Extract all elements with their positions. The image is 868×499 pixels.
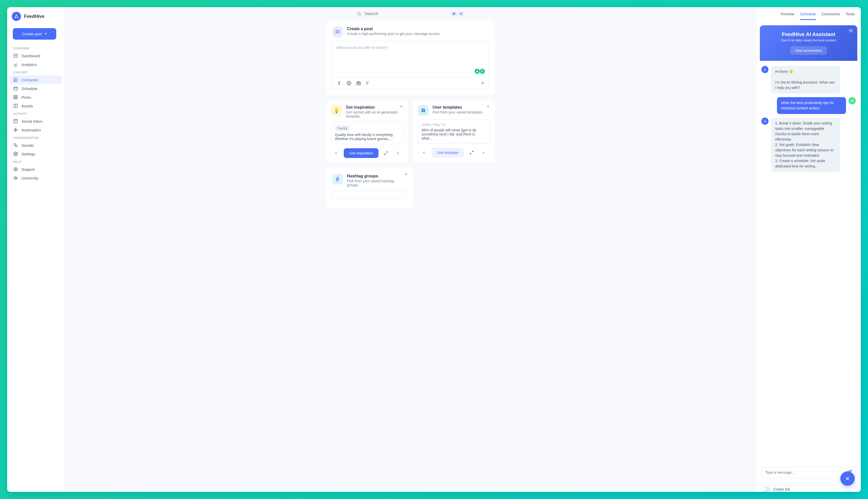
nav-posts[interactable]: Posts [10,93,62,101]
close-fab[interactable] [840,471,855,486]
nav-support[interactable]: Support [10,165,62,173]
svg-rect-11 [16,95,17,97]
chat-input[interactable] [765,470,847,474]
expand-button[interactable] [382,149,390,157]
svg-rect-10 [14,95,15,97]
add-button[interactable]: + [481,80,484,86]
svg-point-20 [15,154,16,155]
use-inspiration-button[interactable]: Use inspiration [344,148,379,158]
svg-point-19 [15,145,17,147]
prev-button[interactable] [420,148,428,157]
search-input[interactable] [364,11,448,16]
create-post-button[interactable]: Create post + [13,28,56,40]
grammarly-widget[interactable]: ◆ G [474,68,486,75]
create-link-toggle[interactable] [761,487,770,492]
ai-assistant-panel: FeedHive AI Assistant Use AI to help cre… [760,25,857,479]
next-button[interactable] [479,148,487,157]
nav-socials[interactable]: Socials [10,141,62,149]
svg-point-45 [764,68,765,69]
nav-label: Posts [22,95,31,99]
close-icon[interactable]: × [404,172,409,177]
create-post-label: Create post [22,32,42,36]
graduation-icon [13,175,18,180]
svg-point-18 [14,143,16,145]
grid-icon [13,95,18,99]
nav-dashboard[interactable]: Dashboard [10,51,62,60]
next-button[interactable] [394,149,402,157]
section-overview: OVERVIEW [10,45,62,51]
chat-messages: Hi there 👋 I'm the AI Writing Assistant.… [760,61,857,465]
plus-icon: + [45,31,47,37]
svg-rect-37 [421,109,425,110]
close-icon[interactable]: × [486,104,491,109]
composer-textarea[interactable]: What would you like to share? ◆ G [333,41,489,77]
compose-subtitle: Create a high-performing post to get you… [347,32,441,36]
svg-point-47 [765,70,766,71]
nav-label: Compose [22,78,38,82]
svg-point-49 [764,121,765,122]
gear-icon [13,151,18,156]
nav-schedule[interactable]: Schedule [10,84,62,93]
search-box[interactable]: ⌘ K [357,11,464,16]
tab-preview[interactable]: Preview [781,12,794,20]
bot-avatar [761,66,769,73]
ai-header: FeedHive AI Assistant Use AI to help cre… [760,25,857,61]
calendar-icon [13,86,18,91]
composer-placeholder: What would you like to share? [337,45,388,50]
svg-rect-12 [14,98,15,99]
template-icon [418,105,429,116]
prev-button[interactable] [332,149,340,157]
ai-subtitle: Use AI to help create the best content [765,38,852,42]
section-content: CONTENT [10,69,62,75]
compose-title: Create a post [347,27,441,31]
link-icon [13,143,18,147]
hashtag-card-icon: # [332,174,343,185]
svg-point-28 [339,83,339,84]
main-content: ⌘ K Create a post Create a high-performi… [65,7,756,492]
logo-icon [12,12,21,21]
tab-schedule[interactable]: Schedule [800,12,816,20]
svg-marker-17 [14,128,17,132]
svg-line-24 [360,15,361,15]
hashtag-icon[interactable]: # [366,80,369,86]
bulb-icon: 💡 [331,105,342,116]
nav-label: Socials [22,143,34,147]
templates-subtitle: Pick from your saved templates. [433,110,484,114]
more-icon[interactable] [337,81,342,86]
nav-university[interactable]: University [10,173,62,182]
tab-tools[interactable]: Tools [846,12,855,20]
bot-avatar [761,118,769,125]
svg-rect-33 [357,82,360,85]
create-link-label: Create link [773,487,790,491]
message-text: Write the best productivity tips for tec… [777,97,846,114]
nav-compose[interactable]: Compose [10,75,62,84]
camera-icon[interactable] [356,81,361,86]
compose-icon [13,77,18,82]
composer: What would you like to share? ◆ G # [332,41,489,89]
expand-button[interactable] [468,148,476,157]
nav-social-inbox[interactable]: Social Inbox [10,117,62,125]
nav-settings[interactable]: Settings [10,149,62,158]
menu-icon[interactable] [848,29,853,34]
message-user: SS Write the best productivity tips for … [761,97,856,114]
svg-point-48 [764,120,765,121]
nav-label: Settings [22,152,35,156]
nav-label: Analytics [22,62,37,67]
nav-automation[interactable]: Automation [10,125,62,134]
nav-label: Automation [22,128,41,132]
inbox-icon [13,119,18,123]
search-icon [357,12,361,16]
emoji-icon[interactable] [346,81,351,86]
brand-name: FeedHive [24,14,45,19]
svg-point-32 [349,83,350,83]
close-icon[interactable]: × [399,104,404,109]
nav-assets[interactable]: Assets [10,101,62,110]
svg-line-35 [387,151,388,153]
use-template-button[interactable]: Use template [432,148,464,157]
tab-comments[interactable]: Comments [821,12,840,20]
kbd-hint: ⌘ K [450,12,464,16]
nav-analytics[interactable]: Analytics [10,60,62,69]
svg-rect-38 [421,110,423,112]
grammarly-g-icon: G [480,69,485,74]
new-conversation-button[interactable]: New conversation [790,46,827,55]
